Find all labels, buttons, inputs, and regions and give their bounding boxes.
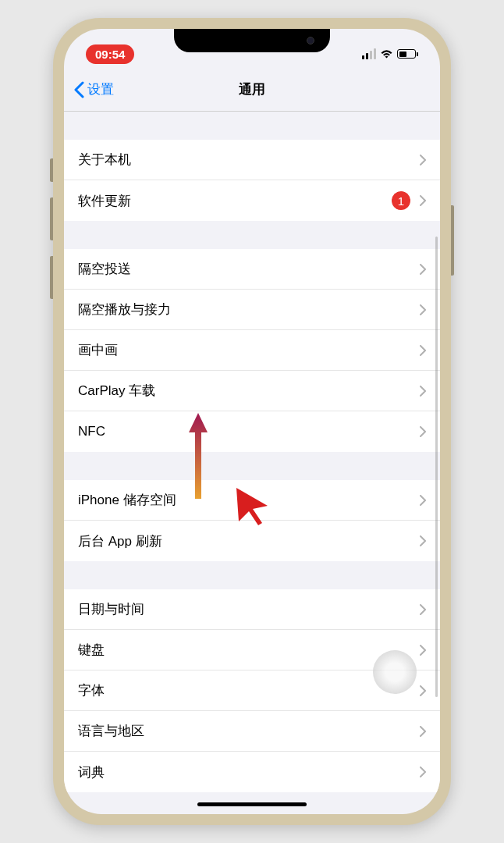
chevron-right-icon [420,726,426,737]
cell-label: NFC [78,424,105,439]
chevron-left-icon [73,81,84,98]
cell-date-time[interactable]: 日期与时间 [64,589,440,630]
cell-label: 软件更新 [78,192,131,210]
home-indicator[interactable] [197,802,307,806]
cell-label: 键盘 [78,641,105,659]
cell-airdrop[interactable]: 隔空投送 [64,249,440,290]
time-recording-pill[interactable]: 09:54 [86,44,134,64]
phone-frame: 09:54 [53,18,451,825]
power-button[interactable] [451,205,454,276]
cell-carplay[interactable]: CarPlay 车载 [64,371,440,411]
cell-language-region[interactable]: 语言与地区 [64,711,440,752]
left-side-buttons [50,158,53,315]
status-right [362,48,418,59]
cell-label: 关于本机 [78,151,131,169]
battery-icon [397,49,418,59]
cell-label: 隔空播放与接力 [78,301,171,318]
cell-label: 词典 [78,763,105,781]
section-connectivity: 隔空投送 隔空播放与接力 画中画 [64,249,440,452]
chevron-right-icon [420,645,426,656]
screen: 09:54 [64,29,440,814]
chevron-right-icon [420,495,426,506]
back-button[interactable]: 设置 [73,80,114,98]
chevron-right-icon [420,195,426,206]
back-label: 设置 [87,80,114,98]
section-storage: iPhone 储存空间 后台 App 刷新 [64,480,440,561]
content-scroll-area[interactable]: 关于本机 软件更新 1 隔空投送 [64,112,440,814]
volume-down-button[interactable] [50,256,53,299]
cell-label: 画中画 [78,341,118,359]
cell-label: 字体 [78,681,105,699]
cellular-signal-icon [362,48,376,59]
volume-up-button[interactable] [50,197,53,240]
cell-label: 语言与地区 [78,722,144,740]
chevron-right-icon [420,264,426,275]
chevron-right-icon [420,386,426,397]
cell-software-update[interactable]: 软件更新 1 [64,180,440,221]
cell-airplay-handoff[interactable]: 隔空播放与接力 [64,290,440,330]
assistive-touch-button[interactable] [373,650,417,694]
chevron-right-icon [420,426,426,437]
right-side-buttons [451,205,454,276]
chevron-right-icon [420,535,426,546]
cell-dictionary[interactable]: 词典 [64,752,440,792]
cell-picture-in-picture[interactable]: 画中画 [64,330,440,371]
cell-background-refresh[interactable]: 后台 App 刷新 [64,521,440,561]
chevron-right-icon [420,767,426,777]
silent-switch[interactable] [50,158,53,182]
chevron-right-icon [420,604,426,615]
chevron-right-icon [420,345,426,356]
navigation-bar: 设置 通用 [64,68,440,112]
wifi-icon [380,49,393,59]
notch [174,29,330,52]
cell-nfc[interactable]: NFC [64,411,440,452]
cell-label: 隔空投送 [78,260,131,278]
section-about: 关于本机 软件更新 1 [64,140,440,221]
scroll-indicator [435,237,438,697]
chevron-right-icon [420,304,426,315]
cell-label: 后台 App 刷新 [78,532,162,550]
front-camera [307,37,314,44]
chevron-right-icon [420,155,426,165]
chevron-right-icon [420,685,426,696]
cell-label: CarPlay 车载 [78,382,155,400]
page-title: 通用 [239,80,265,98]
notification-badge: 1 [392,191,410,210]
cell-label: iPhone 储存空间 [78,491,176,509]
cell-iphone-storage[interactable]: iPhone 储存空间 [64,480,440,521]
cell-label: 日期与时间 [78,600,144,618]
cell-about[interactable]: 关于本机 [64,140,440,180]
